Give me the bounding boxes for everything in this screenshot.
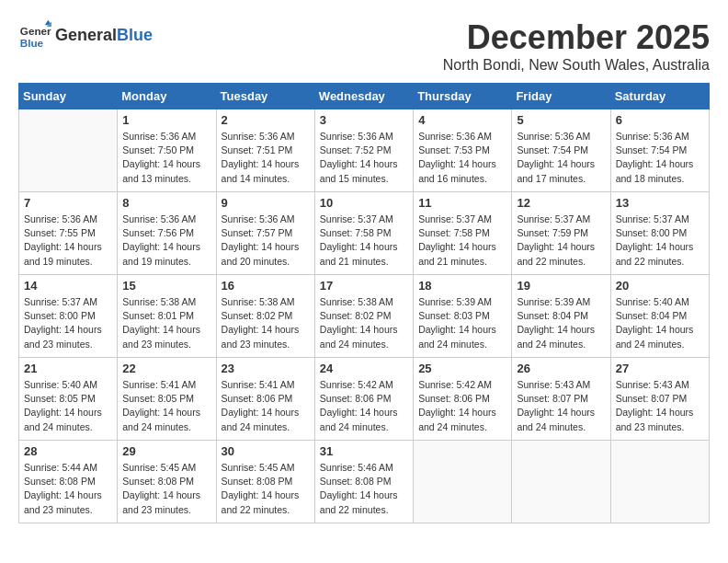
calendar-cell xyxy=(414,441,512,523)
day-number: 29 xyxy=(122,444,210,458)
day-number: 3 xyxy=(320,113,408,127)
calendar-cell: 27Sunrise: 5:43 AM Sunset: 8:07 PM Dayli… xyxy=(610,358,709,441)
calendar-cell: 23Sunrise: 5:41 AM Sunset: 8:06 PM Dayli… xyxy=(216,358,314,441)
logo-blue-text: Blue xyxy=(117,26,153,45)
calendar-cell: 2Sunrise: 5:36 AM Sunset: 7:51 PM Daylig… xyxy=(216,109,314,192)
calendar-cell: 3Sunrise: 5:36 AM Sunset: 7:52 PM Daylig… xyxy=(314,109,413,192)
cell-content: Sunrise: 5:36 AM Sunset: 7:52 PM Dayligh… xyxy=(320,130,408,186)
day-number: 17 xyxy=(320,279,408,293)
week-row-5: 28Sunrise: 5:44 AM Sunset: 8:08 PM Dayli… xyxy=(19,441,710,523)
day-number: 2 xyxy=(222,113,310,127)
cell-content: Sunrise: 5:43 AM Sunset: 8:07 PM Dayligh… xyxy=(517,378,605,434)
calendar-table: SundayMondayTuesdayWednesdayThursdayFrid… xyxy=(18,83,710,523)
day-number: 8 xyxy=(122,196,210,210)
day-number: 14 xyxy=(24,279,112,293)
cell-content: Sunrise: 5:37 AM Sunset: 7:58 PM Dayligh… xyxy=(418,213,506,269)
day-number: 18 xyxy=(418,279,506,293)
cell-content: Sunrise: 5:36 AM Sunset: 7:55 PM Dayligh… xyxy=(24,213,112,269)
cell-content: Sunrise: 5:42 AM Sunset: 8:06 PM Dayligh… xyxy=(418,378,506,434)
cell-content: Sunrise: 5:45 AM Sunset: 8:08 PM Dayligh… xyxy=(122,461,210,517)
day-number: 6 xyxy=(616,113,704,127)
calendar-cell: 19Sunrise: 5:39 AM Sunset: 8:04 PM Dayli… xyxy=(512,275,610,358)
calendar-cell: 5Sunrise: 5:36 AM Sunset: 7:54 PM Daylig… xyxy=(512,109,610,192)
cell-content: Sunrise: 5:41 AM Sunset: 8:06 PM Dayligh… xyxy=(222,378,310,434)
day-number: 1 xyxy=(122,113,210,127)
day-number: 26 xyxy=(517,362,605,375)
cell-content: Sunrise: 5:39 AM Sunset: 8:03 PM Dayligh… xyxy=(418,295,506,351)
calendar-cell xyxy=(19,109,118,192)
cell-content: Sunrise: 5:45 AM Sunset: 8:08 PM Dayligh… xyxy=(222,461,310,517)
calendar-cell: 28Sunrise: 5:44 AM Sunset: 8:08 PM Dayli… xyxy=(19,441,118,523)
location-subtitle: North Bondi, New South Wales, Australia xyxy=(443,57,710,74)
day-number: 7 xyxy=(24,196,112,210)
calendar-cell: 22Sunrise: 5:41 AM Sunset: 8:05 PM Dayli… xyxy=(118,358,216,441)
calendar-cell: 20Sunrise: 5:40 AM Sunset: 8:04 PM Dayli… xyxy=(610,275,709,358)
day-number: 11 xyxy=(418,196,506,210)
week-row-1: 1Sunrise: 5:36 AM Sunset: 7:50 PM Daylig… xyxy=(19,109,710,192)
calendar-cell: 18Sunrise: 5:39 AM Sunset: 8:03 PM Dayli… xyxy=(414,275,512,358)
cell-content: Sunrise: 5:38 AM Sunset: 8:02 PM Dayligh… xyxy=(222,295,310,351)
day-number: 24 xyxy=(320,362,408,375)
calendar-cell: 7Sunrise: 5:36 AM Sunset: 7:55 PM Daylig… xyxy=(19,192,118,275)
cell-content: Sunrise: 5:42 AM Sunset: 8:06 PM Dayligh… xyxy=(320,378,408,434)
cell-content: Sunrise: 5:44 AM Sunset: 8:08 PM Dayligh… xyxy=(24,461,112,517)
calendar-cell: 12Sunrise: 5:37 AM Sunset: 7:59 PM Dayli… xyxy=(512,192,610,275)
calendar-cell: 14Sunrise: 5:37 AM Sunset: 8:00 PM Dayli… xyxy=(19,275,118,358)
day-header-thursday: Thursday xyxy=(414,84,512,109)
cell-content: Sunrise: 5:36 AM Sunset: 7:57 PM Dayligh… xyxy=(222,213,310,269)
calendar-cell: 16Sunrise: 5:38 AM Sunset: 8:02 PM Dayli… xyxy=(216,275,314,358)
day-number: 5 xyxy=(517,113,605,127)
logo: General Blue General Blue xyxy=(18,18,153,52)
week-row-4: 21Sunrise: 5:40 AM Sunset: 8:05 PM Dayli… xyxy=(19,358,710,441)
calendar-cell: 13Sunrise: 5:37 AM Sunset: 8:00 PM Dayli… xyxy=(610,192,709,275)
calendar-cell: 25Sunrise: 5:42 AM Sunset: 8:06 PM Dayli… xyxy=(414,358,512,441)
cell-content: Sunrise: 5:40 AM Sunset: 8:05 PM Dayligh… xyxy=(24,378,112,434)
cell-content: Sunrise: 5:46 AM Sunset: 8:08 PM Dayligh… xyxy=(320,461,408,517)
day-number: 10 xyxy=(320,196,408,210)
cell-content: Sunrise: 5:36 AM Sunset: 7:56 PM Dayligh… xyxy=(122,213,210,269)
calendar-cell: 24Sunrise: 5:42 AM Sunset: 8:06 PM Dayli… xyxy=(314,358,413,441)
day-number: 23 xyxy=(222,362,310,375)
day-header-tuesday: Tuesday xyxy=(216,84,314,109)
cell-content: Sunrise: 5:36 AM Sunset: 7:53 PM Dayligh… xyxy=(418,130,506,186)
day-number: 21 xyxy=(24,362,112,375)
cell-content: Sunrise: 5:36 AM Sunset: 7:54 PM Dayligh… xyxy=(616,130,704,186)
day-number: 28 xyxy=(24,444,112,458)
day-number: 9 xyxy=(222,196,310,210)
calendar-cell: 30Sunrise: 5:45 AM Sunset: 8:08 PM Dayli… xyxy=(216,441,314,523)
calendar-cell: 4Sunrise: 5:36 AM Sunset: 7:53 PM Daylig… xyxy=(414,109,512,192)
cell-content: Sunrise: 5:37 AM Sunset: 8:00 PM Dayligh… xyxy=(24,295,112,351)
cell-content: Sunrise: 5:37 AM Sunset: 7:58 PM Dayligh… xyxy=(320,213,408,269)
calendar-cell xyxy=(512,441,610,523)
calendar-cell: 26Sunrise: 5:43 AM Sunset: 8:07 PM Dayli… xyxy=(512,358,610,441)
calendar-cell: 8Sunrise: 5:36 AM Sunset: 7:56 PM Daylig… xyxy=(118,192,216,275)
calendar-cell: 29Sunrise: 5:45 AM Sunset: 8:08 PM Dayli… xyxy=(118,441,216,523)
cell-content: Sunrise: 5:43 AM Sunset: 8:07 PM Dayligh… xyxy=(616,378,704,434)
day-number: 15 xyxy=(122,279,210,293)
days-header-row: SundayMondayTuesdayWednesdayThursdayFrid… xyxy=(19,84,710,109)
day-number: 22 xyxy=(122,362,210,375)
cell-content: Sunrise: 5:41 AM Sunset: 8:05 PM Dayligh… xyxy=(122,378,210,434)
cell-content: Sunrise: 5:37 AM Sunset: 8:00 PM Dayligh… xyxy=(616,213,704,269)
calendar-cell: 11Sunrise: 5:37 AM Sunset: 7:58 PM Dayli… xyxy=(414,192,512,275)
cell-content: Sunrise: 5:40 AM Sunset: 8:04 PM Dayligh… xyxy=(616,295,704,351)
calendar-cell xyxy=(610,441,709,523)
calendar-cell: 1Sunrise: 5:36 AM Sunset: 7:50 PM Daylig… xyxy=(118,109,216,192)
cell-content: Sunrise: 5:36 AM Sunset: 7:51 PM Dayligh… xyxy=(222,130,310,186)
cell-content: Sunrise: 5:38 AM Sunset: 8:01 PM Dayligh… xyxy=(122,295,210,351)
logo-icon: General Blue xyxy=(18,18,51,52)
day-header-friday: Friday xyxy=(512,84,610,109)
calendar-cell: 31Sunrise: 5:46 AM Sunset: 8:08 PM Dayli… xyxy=(314,441,413,523)
calendar-cell: 17Sunrise: 5:38 AM Sunset: 8:02 PM Dayli… xyxy=(314,275,413,358)
cell-content: Sunrise: 5:39 AM Sunset: 8:04 PM Dayligh… xyxy=(517,295,605,351)
title-area: December 2025 North Bondi, New South Wal… xyxy=(443,18,710,74)
calendar-cell: 21Sunrise: 5:40 AM Sunset: 8:05 PM Dayli… xyxy=(19,358,118,441)
calendar-cell: 15Sunrise: 5:38 AM Sunset: 8:01 PM Dayli… xyxy=(118,275,216,358)
month-title: December 2025 xyxy=(443,18,710,57)
cell-content: Sunrise: 5:36 AM Sunset: 7:54 PM Dayligh… xyxy=(517,130,605,186)
calendar-cell: 6Sunrise: 5:36 AM Sunset: 7:54 PM Daylig… xyxy=(610,109,709,192)
cell-content: Sunrise: 5:36 AM Sunset: 7:50 PM Dayligh… xyxy=(122,130,210,186)
day-number: 31 xyxy=(320,444,408,458)
logo-general-text: General xyxy=(55,26,117,45)
day-header-saturday: Saturday xyxy=(610,84,709,109)
